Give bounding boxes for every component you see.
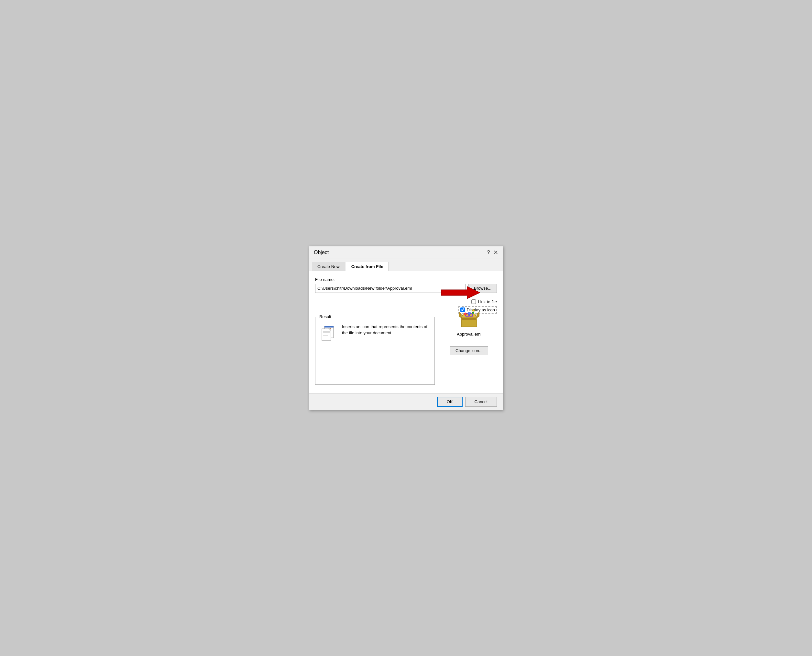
svg-rect-23: [468, 312, 470, 314]
svg-point-22: [472, 313, 474, 314]
svg-marker-11: [441, 286, 480, 299]
svg-marker-15: [477, 312, 479, 318]
change-icon-button[interactable]: Change icon...: [450, 346, 488, 355]
result-description: Inserts an icon that represents the cont…: [342, 323, 431, 336]
icon-preview-area: Approval.eml: [457, 308, 481, 337]
file-name-label: File name:: [315, 277, 497, 282]
doc-icon-svg: [319, 323, 338, 343]
svg-rect-5: [322, 329, 331, 340]
dialog-footer: OK Cancel: [309, 393, 503, 410]
svg-rect-1: [324, 326, 333, 328]
result-content: Inserts an icon that represents the cont…: [319, 323, 431, 343]
object-dialog: Object ? ✕ Create New Create from File F…: [309, 246, 503, 410]
help-button[interactable]: ?: [487, 250, 490, 255]
document-icon: [319, 323, 338, 343]
ok-button[interactable]: OK: [437, 397, 463, 407]
svg-marker-14: [459, 312, 461, 318]
dialog-body: File name: Browse... Link to file Displa…: [309, 271, 503, 393]
link-to-file-label: Link to file: [478, 299, 497, 304]
arrow-indicator: [441, 285, 480, 302]
tab-create-new[interactable]: Create New: [312, 262, 345, 271]
eml-icon: [459, 308, 479, 330]
tab-bar: Create New Create from File: [309, 259, 503, 271]
cancel-button[interactable]: Cancel: [465, 397, 497, 407]
close-button[interactable]: ✕: [493, 250, 498, 255]
result-label: Result: [318, 314, 333, 319]
dialog-title: Object: [314, 250, 329, 255]
svg-marker-20: [472, 309, 474, 312]
box-icon-svg: [459, 308, 479, 329]
svg-point-21: [464, 313, 466, 315]
title-bar: Object ? ✕: [309, 246, 503, 259]
tab-create-from-file[interactable]: Create from File: [346, 262, 389, 271]
svg-rect-16: [462, 318, 476, 320]
result-box: Result: [315, 317, 435, 385]
icon-filename: Approval.eml: [457, 332, 481, 337]
arrow-svg: [441, 285, 480, 301]
title-bar-controls: ? ✕: [487, 250, 498, 255]
